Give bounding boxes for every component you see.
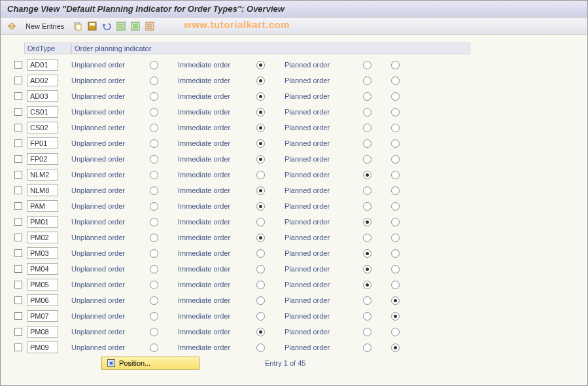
row-checkbox[interactable]: [14, 155, 22, 163]
radio-extra[interactable]: [391, 139, 400, 148]
radio-planned[interactable]: [363, 124, 372, 132]
row-checkbox[interactable]: [14, 218, 22, 226]
radio-immediate[interactable]: [256, 281, 265, 289]
radio-extra[interactable]: [391, 218, 400, 226]
radio-extra[interactable]: [391, 92, 400, 101]
radio-extra[interactable]: [391, 249, 400, 258]
radio-immediate[interactable]: [256, 296, 265, 305]
radio-extra[interactable]: [391, 186, 400, 195]
radio-planned[interactable]: [363, 296, 372, 305]
radio-immediate[interactable]: [256, 186, 265, 195]
radio-unplanned[interactable]: [150, 328, 158, 336]
radio-planned[interactable]: [363, 186, 372, 195]
radio-extra[interactable]: [391, 343, 400, 352]
radio-unplanned[interactable]: [150, 249, 158, 258]
row-checkbox[interactable]: [14, 77, 22, 84]
radio-planned[interactable]: [363, 202, 372, 211]
radio-extra[interactable]: [391, 234, 400, 242]
position-button[interactable]: Position...: [101, 357, 199, 370]
radio-planned[interactable]: [363, 218, 372, 226]
ordtype-field[interactable]: AD03: [27, 90, 58, 102]
radio-unplanned[interactable]: [150, 343, 158, 352]
radio-extra[interactable]: [391, 296, 400, 305]
radio-unplanned[interactable]: [150, 202, 158, 211]
radio-unplanned[interactable]: [150, 218, 158, 226]
new-entries-button[interactable]: New Entries: [20, 21, 69, 31]
radio-immediate[interactable]: [256, 77, 265, 85]
radio-extra[interactable]: [391, 171, 400, 179]
radio-extra[interactable]: [391, 202, 400, 211]
ordtype-field[interactable]: PM04: [27, 263, 58, 275]
ordtype-field[interactable]: AD01: [27, 59, 58, 71]
radio-unplanned[interactable]: [150, 77, 158, 85]
radio-planned[interactable]: [363, 77, 372, 85]
radio-unplanned[interactable]: [150, 234, 158, 242]
radio-immediate[interactable]: [256, 124, 265, 132]
radio-planned[interactable]: [363, 281, 372, 289]
radio-immediate[interactable]: [256, 343, 265, 352]
row-checkbox[interactable]: [14, 249, 22, 257]
ordtype-field[interactable]: PM03: [27, 247, 58, 259]
radio-immediate[interactable]: [256, 218, 265, 226]
select-all-icon[interactable]: [115, 20, 127, 32]
ordtype-field[interactable]: PAM: [27, 200, 58, 212]
radio-unplanned[interactable]: [150, 139, 158, 148]
radio-immediate[interactable]: [256, 108, 265, 116]
radio-planned[interactable]: [363, 343, 372, 352]
row-checkbox[interactable]: [14, 108, 22, 116]
radio-unplanned[interactable]: [150, 108, 158, 116]
radio-planned[interactable]: [363, 265, 372, 273]
row-checkbox[interactable]: [14, 92, 22, 100]
ordtype-field[interactable]: NLM8: [27, 184, 58, 196]
radio-extra[interactable]: [391, 77, 400, 85]
ordtype-field[interactable]: FP02: [27, 153, 58, 165]
ordtype-field[interactable]: PM05: [27, 279, 58, 290]
radio-planned[interactable]: [363, 249, 372, 258]
radio-extra[interactable]: [391, 312, 400, 321]
deselect-icon[interactable]: [144, 20, 156, 32]
radio-immediate[interactable]: [256, 265, 265, 273]
radio-extra[interactable]: [391, 108, 400, 116]
radio-extra[interactable]: [391, 265, 400, 273]
radio-immediate[interactable]: [256, 61, 265, 69]
radio-extra[interactable]: [391, 61, 400, 69]
ordtype-field[interactable]: PM02: [27, 232, 58, 243]
undo-icon[interactable]: [101, 20, 112, 32]
radio-unplanned[interactable]: [150, 124, 158, 132]
ordtype-field[interactable]: AD02: [27, 75, 58, 86]
copy-icon[interactable]: [72, 20, 84, 32]
row-checkbox[interactable]: [14, 171, 22, 179]
ordtype-field[interactable]: PM01: [27, 216, 58, 228]
row-checkbox[interactable]: [14, 124, 22, 132]
radio-immediate[interactable]: [256, 312, 265, 321]
radio-unplanned[interactable]: [150, 281, 158, 289]
radio-unplanned[interactable]: [150, 186, 158, 195]
radio-immediate[interactable]: [256, 249, 265, 258]
radio-immediate[interactable]: [256, 139, 265, 148]
radio-immediate[interactable]: [256, 171, 265, 179]
row-checkbox[interactable]: [14, 343, 22, 351]
radio-immediate[interactable]: [256, 328, 265, 336]
radio-unplanned[interactable]: [150, 92, 158, 101]
radio-planned[interactable]: [363, 108, 372, 116]
radio-immediate[interactable]: [256, 202, 265, 211]
ordtype-field[interactable]: CS02: [27, 122, 58, 133]
row-checkbox[interactable]: [14, 281, 22, 289]
radio-planned[interactable]: [363, 155, 372, 164]
row-checkbox[interactable]: [14, 61, 22, 69]
radio-planned[interactable]: [363, 61, 372, 69]
row-checkbox[interactable]: [14, 265, 22, 273]
row-checkbox[interactable]: [14, 296, 22, 304]
radio-planned[interactable]: [363, 234, 372, 242]
save-icon[interactable]: [86, 20, 98, 32]
row-checkbox[interactable]: [14, 139, 22, 147]
row-checkbox[interactable]: [14, 328, 22, 336]
ordtype-field[interactable]: CS01: [27, 106, 58, 118]
radio-planned[interactable]: [363, 312, 372, 321]
ordtype-field[interactable]: PM09: [27, 342, 58, 353]
radio-extra[interactable]: [391, 155, 400, 164]
row-checkbox[interactable]: [14, 202, 22, 210]
radio-planned[interactable]: [363, 139, 372, 148]
radio-immediate[interactable]: [256, 92, 265, 101]
row-checkbox[interactable]: [14, 186, 22, 194]
